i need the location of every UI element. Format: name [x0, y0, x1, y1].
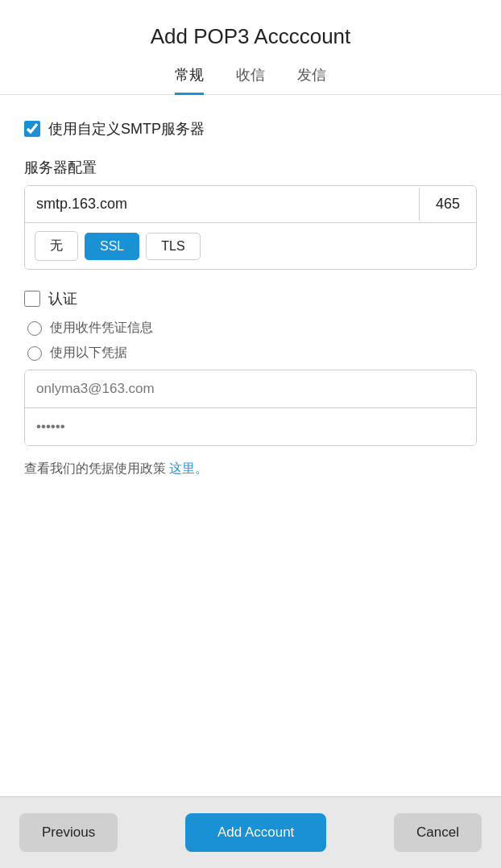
server-config-section-header: 服务器配置 — [24, 158, 477, 177]
previous-button[interactable]: Previous — [19, 813, 118, 852]
credential-box — [24, 370, 477, 446]
server-host-row — [25, 186, 476, 223]
cancel-button[interactable]: Cancel — [394, 813, 482, 852]
ssl-row: 无 SSL TLS — [25, 223, 476, 269]
auth-checkbox[interactable] — [24, 291, 40, 307]
radio-use-following-label: 使用以下凭据 — [50, 345, 127, 362]
policy-text: 查看我们的凭据使用政策 — [24, 461, 166, 475]
auth-label: 认证 — [48, 289, 77, 308]
policy-row: 查看我们的凭据使用政策 这里。 — [24, 461, 477, 477]
radio-use-incoming[interactable] — [27, 321, 42, 336]
tab-outgoing[interactable]: 发信 — [297, 65, 326, 95]
content-area: 使用自定义SMTP服务器 服务器配置 无 SSL TLS 认证 — [0, 95, 501, 796]
ssl-none-button[interactable]: 无 — [35, 231, 78, 261]
server-host-input[interactable] — [25, 186, 419, 222]
server-config-box: 无 SSL TLS — [24, 185, 477, 270]
username-input[interactable] — [25, 370, 476, 408]
use-custom-smtp-row: 使用自定义SMTP服务器 — [24, 119, 477, 138]
ssl-tls-button[interactable]: TLS — [146, 233, 200, 260]
tab-incoming[interactable]: 收信 — [236, 65, 265, 95]
radio-use-incoming-label: 使用收件凭证信息 — [50, 320, 153, 337]
auth-row: 认证 — [24, 289, 477, 308]
password-input[interactable] — [25, 408, 476, 445]
footer: Previous Add Account Cancel — [0, 796, 501, 868]
tab-general[interactable]: 常规 — [175, 65, 204, 95]
radio-use-incoming-row: 使用收件凭证信息 — [27, 320, 477, 337]
dialog-title: Add POP3 Accccount — [0, 0, 501, 65]
ssl-ssl-button[interactable]: SSL — [85, 233, 139, 260]
policy-link[interactable]: 这里。 — [169, 461, 208, 475]
server-port-input[interactable] — [420, 186, 476, 222]
radio-use-following[interactable] — [27, 346, 42, 361]
tabs-bar: 常规 收信 发信 — [0, 65, 501, 95]
radio-use-following-row: 使用以下凭据 — [27, 345, 477, 362]
use-custom-smtp-checkbox[interactable] — [24, 121, 40, 137]
add-account-button[interactable]: Add Account — [185, 813, 326, 852]
use-custom-smtp-label: 使用自定义SMTP服务器 — [48, 119, 205, 138]
